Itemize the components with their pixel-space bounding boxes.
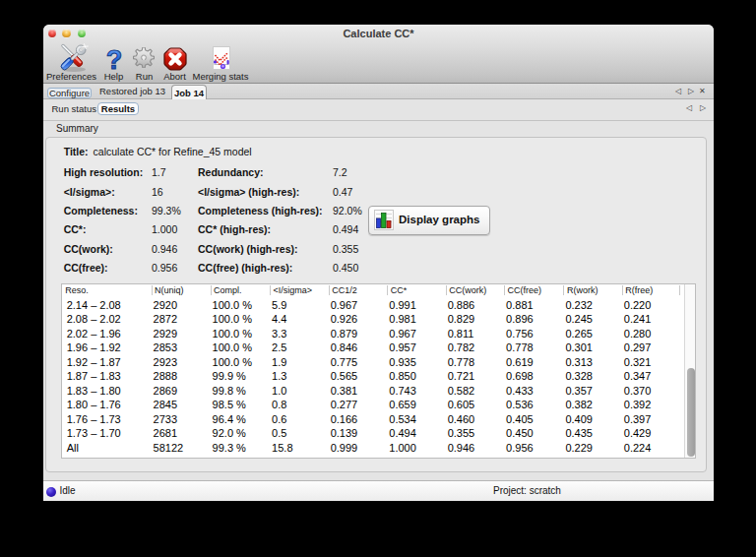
svg-text:?: ? [106, 47, 123, 71]
